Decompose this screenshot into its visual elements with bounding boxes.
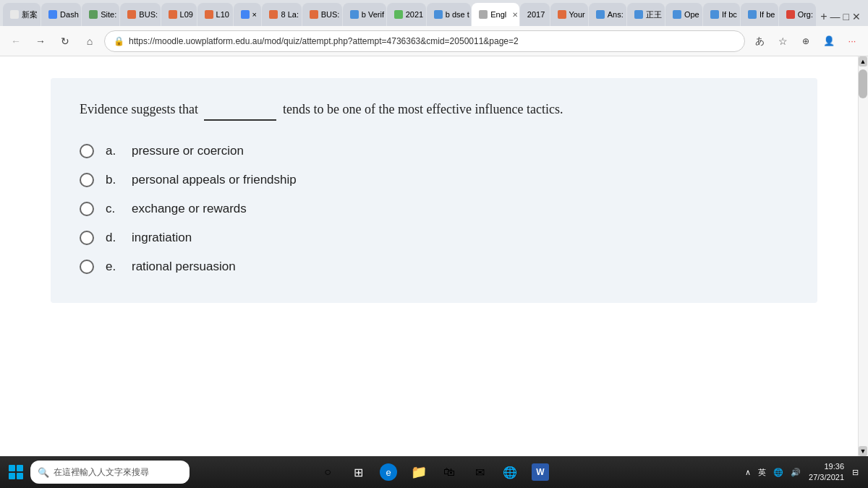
tab-zw[interactable]: 正王 [627, 3, 665, 26]
tab-label-5: L09 [180, 10, 193, 19]
back-button[interactable]: ← [6, 31, 26, 51]
tab-label-12: b dse t [446, 10, 469, 19]
tab-ifbc[interactable]: If bc [703, 3, 740, 26]
option-text-b: personal appeals or friendship [132, 173, 297, 187]
search-taskbar-icon: 🔍 [38, 467, 49, 478]
tab-3[interactable]: Site: [82, 3, 119, 26]
taskbar-word-btn[interactable]: W [526, 456, 555, 488]
tab-8[interactable]: 8 La: [262, 3, 301, 26]
collections-button[interactable]: ⊕ [796, 31, 816, 51]
scrollbar-thumb[interactable] [859, 69, 867, 98]
minimize-button[interactable]: — [830, 11, 841, 22]
tab-1[interactable]: 新案 [3, 3, 41, 26]
restore-button[interactable]: □ [843, 11, 849, 22]
options-list: a. pressure or coercion b. personal appe… [80, 144, 788, 274]
tab-icon-org [786, 10, 795, 19]
taskbar-store-btn[interactable]: 🛍 [435, 456, 464, 488]
clock-time: 19:36 [809, 461, 844, 472]
read-aloud-button[interactable]: あ [749, 31, 770, 51]
option-d[interactable]: d. ingratiation [80, 231, 788, 245]
tab-7[interactable]: × [234, 3, 262, 26]
tab-ifbe[interactable]: If be [741, 3, 778, 26]
more-button[interactable]: ··· [842, 31, 862, 51]
taskbar-edge-btn[interactable]: e [374, 456, 403, 488]
tab-icon-ifbc [710, 10, 719, 19]
tab-label-ifbe: If be [760, 10, 775, 19]
option-e[interactable]: e. rational persuasion [80, 260, 788, 274]
radio-e[interactable] [80, 260, 94, 274]
tab-label-9: BUS: [321, 10, 340, 19]
tab-close-icon[interactable]: ✕ [512, 11, 518, 19]
notification-btn[interactable]: ⊟ [850, 468, 861, 477]
scrollbar-up-button[interactable]: ▲ [859, 56, 867, 67]
tab-9[interactable]: BUS: [302, 3, 342, 26]
taskbar-taskview-btn[interactable]: ⊞ [344, 456, 373, 488]
url-bar[interactable]: 🔒 https://moodle.uowplatform.edu.au/mod/… [104, 30, 745, 52]
taskbar-search-btn[interactable]: ○ [313, 456, 342, 488]
close-button[interactable]: ✕ [852, 11, 861, 22]
taskbar-right: ∧ 英 🌐 🔊 19:36 27/3/2021 ⊟ [743, 461, 865, 484]
tab-icon-12 [434, 10, 443, 19]
option-c[interactable]: c. exchange or rewards [80, 202, 788, 216]
scrollbar-down-button[interactable]: ▼ [859, 446, 867, 456]
tab-label-your: Your [569, 10, 585, 19]
taskbar-explorer-btn[interactable]: 📁 [404, 456, 433, 488]
windows-icon [9, 465, 23, 479]
system-clock[interactable]: 19:36 27/3/2021 [806, 461, 847, 484]
option-b[interactable]: b. personal appeals or friendship [80, 173, 788, 187]
radio-d[interactable] [80, 231, 94, 245]
browser-tabs-row: 新案 Dash Site: BUS: L09 L10 × 8 La: [0, 0, 868, 26]
new-tab-button[interactable]: + [820, 10, 827, 23]
scrollbar-track[interactable]: ▲ ▼ [858, 56, 868, 456]
win-sq-2 [17, 465, 23, 471]
tab-icon-active [479, 10, 488, 19]
tab-icon-ifbe [748, 10, 757, 19]
network-icon[interactable]: 🌐 [771, 468, 786, 477]
reload-button[interactable]: ↻ [55, 31, 75, 51]
tab-5[interactable]: L09 [161, 3, 197, 26]
volume-icon[interactable]: 🔊 [788, 468, 803, 477]
tab-org[interactable]: Org: [779, 3, 817, 26]
lock-icon: 🔒 [114, 36, 124, 46]
taskbar-earth-btn[interactable]: 🌐 [495, 456, 524, 488]
search-taskbar-placeholder: 在這裡輸入人文字來搜尋 [54, 466, 149, 479]
tab-2017[interactable]: 2017 [520, 3, 550, 26]
tab-icon-5 [169, 10, 177, 19]
search-circle-icon: ○ [319, 463, 336, 481]
tab-icon-6 [205, 10, 213, 19]
tab-ope[interactable]: Ope [665, 3, 702, 26]
option-a[interactable]: a. pressure or coercion [80, 144, 788, 158]
radio-b[interactable] [80, 173, 94, 187]
tab-10[interactable]: b Verif [343, 3, 386, 26]
tab-11[interactable]: 2021 [387, 3, 426, 26]
tab-ans[interactable]: Ans: [589, 3, 626, 26]
tab-2[interactable]: Dash [41, 3, 81, 26]
tab-4[interactable]: BUS: [120, 3, 160, 26]
radio-c[interactable] [80, 202, 94, 216]
taskbar-mail-btn[interactable]: ✉ [465, 456, 494, 488]
option-letter-a: a. [106, 144, 120, 158]
tab-label-11: 2021 [406, 10, 423, 19]
radio-a[interactable] [80, 144, 94, 158]
tab-your[interactable]: Your [550, 3, 588, 26]
question-text: Evidence suggests that tends to be one o… [80, 100, 788, 121]
hidden-icons-btn[interactable]: ∧ [743, 468, 753, 477]
question-blank [204, 100, 276, 121]
win-sq-3 [9, 473, 15, 479]
tab-label-ope: Ope [684, 10, 699, 19]
word-icon: W [532, 463, 549, 481]
tab-6[interactable]: L10 [197, 3, 233, 26]
home-button[interactable]: ⌂ [80, 31, 100, 51]
favorites-button[interactable]: ☆ [773, 31, 793, 51]
start-button[interactable] [3, 459, 29, 485]
mail-icon: ✉ [471, 463, 488, 481]
forward-button[interactable]: → [30, 31, 51, 51]
tab-active-engl[interactable]: Engl ✕ [472, 3, 519, 26]
profile-button[interactable]: 👤 [819, 31, 839, 51]
taskbar-search[interactable]: 🔍 在這裡輸入人文字來搜尋 [30, 461, 190, 484]
earth-icon: 🌐 [501, 463, 519, 481]
input-method-indicator[interactable]: 英 [756, 467, 768, 478]
tab-12[interactable]: b dse t [427, 3, 471, 26]
win-sq-1 [9, 465, 15, 471]
option-text-c: exchange or rewards [132, 202, 247, 216]
